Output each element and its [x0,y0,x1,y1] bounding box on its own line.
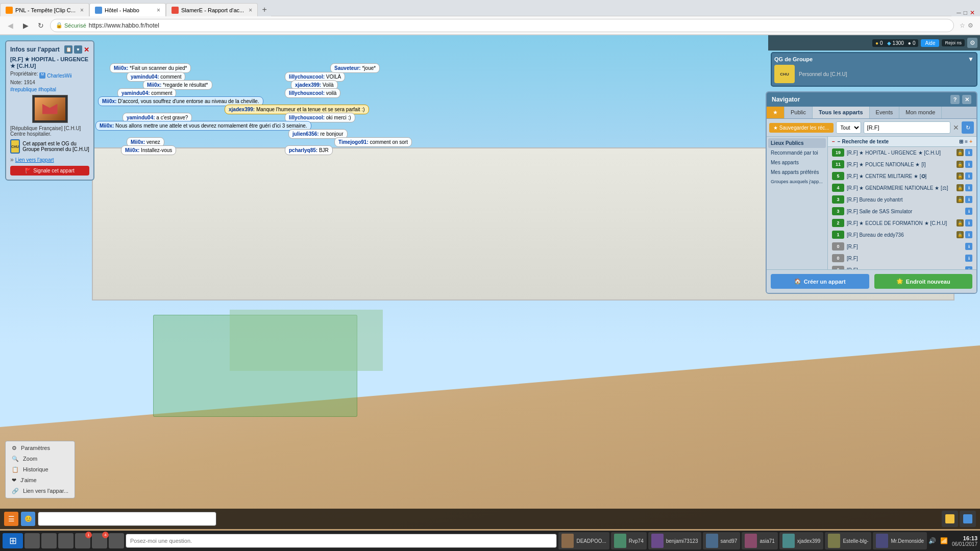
sidebar-lieux-publics[interactable]: Lieux Publics [768,138,826,148]
help-button[interactable]: Aide [921,39,939,47]
room-row-0[interactable]: 19 [R.F] ★ HOPITAL - URGENCE ★ [C.H.U] 🔒… [828,147,976,159]
nav-save-button[interactable]: ★ Sauvegarder les réc... [769,123,834,133]
taskbar-icon-3[interactable] [58,533,74,548]
sidebar-groupes[interactable]: Groupes auxquels j'app... [768,177,826,186]
nav-tab-tous[interactable]: Tous les apparts [813,107,870,118]
tab-label-slamer: SlamerE - Rapport d'ac... [181,7,244,13]
url-bar[interactable]: 🔒 Sécurisé https://www.habbo.fr/hotel [50,19,954,32]
chat-emote-button[interactable]: 😊 [21,512,35,526]
new-tab-button[interactable]: + [258,3,271,16]
room-row-1[interactable]: 11 [R.F] ★ POLICE NATIONALE ★ [î] 🔒 ℹ [828,159,976,170]
nav-tab-public[interactable]: Public [785,107,813,118]
friend-item-1[interactable]: Rvp74 [611,532,647,549]
friend-item-3[interactable]: sand97 [703,532,741,549]
info-panel-icon-2[interactable]: ♥ [74,45,82,54]
nav-tab-monmonde[interactable]: Mon monde [899,107,942,118]
context-jaime[interactable]: ❤ J'aime [6,475,75,486]
close-button[interactable]: ✕ [970,9,975,16]
room-row-8[interactable]: 0 [R.F] ℹ [828,241,976,253]
room-row-4[interactable]: 3 [R.F] Bureau de yohantrt 🔒 ℹ [828,194,976,206]
minimize-button[interactable]: ─ [957,9,961,16]
navigator-help-btn[interactable]: ? [950,95,960,104]
taskbar-icon-6[interactable] [109,533,124,548]
room-link[interactable]: Lien vers l'appart [15,157,54,163]
refresh-button[interactable]: ↻ [35,19,47,32]
toolbar-icon-2[interactable] [960,511,976,527]
sidebar-recommande[interactable]: Recommandé par toi [768,148,826,158]
forward-button[interactable]: ▶ [19,19,32,32]
nav-search-input[interactable] [864,121,950,134]
bookmark-icon[interactable]: ☆ [960,22,965,29]
chat-menu-button[interactable]: ☰ [4,512,18,526]
room-row-5[interactable]: 3 [R.F] Salle de SAS Simulator ℹ [828,206,976,217]
windows-start-button[interactable]: ⊞ [3,533,23,548]
nav-search-clear[interactable]: ✕ [953,123,959,132]
friend-item-2[interactable]: benjami73123 [648,532,701,549]
info-icon-3[interactable]: ℹ [965,184,972,191]
info-icon-1[interactable]: ℹ [965,161,972,168]
room-row-9[interactable]: 0 [R.F] ℹ [828,253,976,264]
tab-habbo[interactable]: Hôtel - Habbo × [89,3,166,16]
info-icon-4[interactable]: ℹ [965,196,972,203]
friend-item-6[interactable]: Estelle-blg- [825,532,871,549]
tab-slamer[interactable]: SlamerE - Rapport d'ac... × [166,3,258,16]
rejoin-widget[interactable]: Rejoi ns [942,39,965,46]
nav-tab-star[interactable]: ★ [767,107,785,118]
info-icon-0[interactable]: ℹ [965,149,972,156]
context-zoom[interactable]: 🔍 Zoom [6,454,75,464]
add-icon[interactable]: + [969,139,972,144]
new-place-button[interactable]: 🌟 Endroit nouveau [874,274,973,289]
grid-icon[interactable]: ⊞ [959,139,963,144]
taskbar-icon-4[interactable]: 1 [75,533,90,548]
room-row-3[interactable]: 4 [R.F] ★ GENDARMERIE NATIONALE ★ [⚖] 🔒 … [828,182,976,194]
taskbar-icon-1[interactable] [24,533,40,548]
friend-item-0[interactable]: DEADPOO... [558,532,609,549]
room-count-3: 4 [832,184,844,192]
tab-close-pnl[interactable]: × [80,7,84,14]
info-panel-close[interactable]: ✕ [84,46,89,54]
info-icon-8[interactable]: ℹ [965,243,972,250]
tab-pnl[interactable]: PNL - Tempête [Clip C... × [0,3,89,16]
context-lien[interactable]: 🔗 Lien vers l'appar... [6,486,75,496]
sidebar-mes-apparts[interactable]: Mes apparts [768,158,826,167]
context-parametres[interactable]: ⚙ Paramètres [6,443,75,454]
group-widget-arrow[interactable]: ▼ [968,56,974,63]
room-row-6[interactable]: 2 [R.F] ★ ECOLE DE FORMATION ★ [C.H.U] 🔒… [828,217,976,229]
settings-button[interactable]: ⚙ [967,38,977,48]
nav-tab-events[interactable]: Events [870,107,900,118]
room-row-2[interactable]: 5 [R.F] ★ CENTRE MILITAIRE ★ [✪] 🔒 ℹ [828,170,976,182]
chat-input[interactable] [38,512,216,526]
tab-close-slamer[interactable]: × [249,7,252,14]
maximize-button[interactable]: □ [964,9,967,16]
taskbar-search-input[interactable] [126,534,557,548]
nav-refresh-button[interactable]: ↻ [962,121,974,134]
toolbar-icon-1[interactable] [942,511,958,527]
report-button[interactable]: 🚩 Signale cet appart [10,166,89,176]
lock-icon-2: 🔒 [957,172,964,180]
navigator-main[interactable]: − − Recherche de texte ⊞ ≡ + 19 [R.F] ★ … [828,137,976,269]
info-panel-icon-1[interactable]: 📋 [64,45,72,54]
info-icon-6[interactable]: ℹ [965,219,972,227]
friend-item-4[interactable]: asia71 [742,532,777,549]
context-historique[interactable]: 📋 Historique [6,464,75,475]
info-icon-7[interactable]: ℹ [965,231,972,238]
info-icon-5[interactable]: ℹ [965,208,972,215]
taskbar-icon-5[interactable]: 4 [92,533,107,548]
taskbar-icon-2[interactable] [41,533,57,548]
friend-item-5[interactable]: xjadex399 [779,532,824,549]
settings-icon[interactable]: ⚙ [968,22,973,29]
search-section-header[interactable]: − − Recherche de texte ⊞ ≡ + [828,137,976,147]
info-icon-10[interactable]: ℹ [965,266,972,269]
room-row-10[interactable]: 0 [R.F] ℹ [828,264,976,269]
friend-item-7[interactable]: Mr.Demonside [873,532,926,549]
create-room-button[interactable]: 🏠 Créer un appart [771,274,869,289]
room-row-7[interactable]: 1 [R.F] Bureau de eddy736 🔒 ℹ [828,229,976,241]
info-icon-9[interactable]: ℹ [965,255,972,262]
info-icon-2[interactable]: ℹ [965,172,972,180]
back-button[interactable]: ◀ [4,19,16,32]
list-icon[interactable]: ≡ [965,139,968,144]
sidebar-preferes[interactable]: Mes apparts préférés [768,167,826,177]
navigator-close-btn[interactable]: ✕ [962,95,971,104]
tab-close-habbo[interactable]: × [157,7,160,14]
nav-category-dropdown[interactable]: Tout [836,121,861,134]
